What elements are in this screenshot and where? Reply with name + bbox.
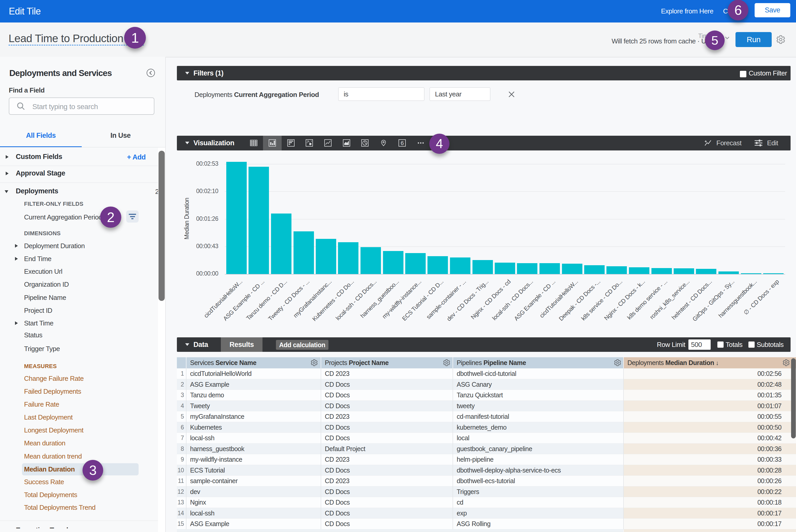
svg-text:6: 6 [401, 140, 404, 146]
